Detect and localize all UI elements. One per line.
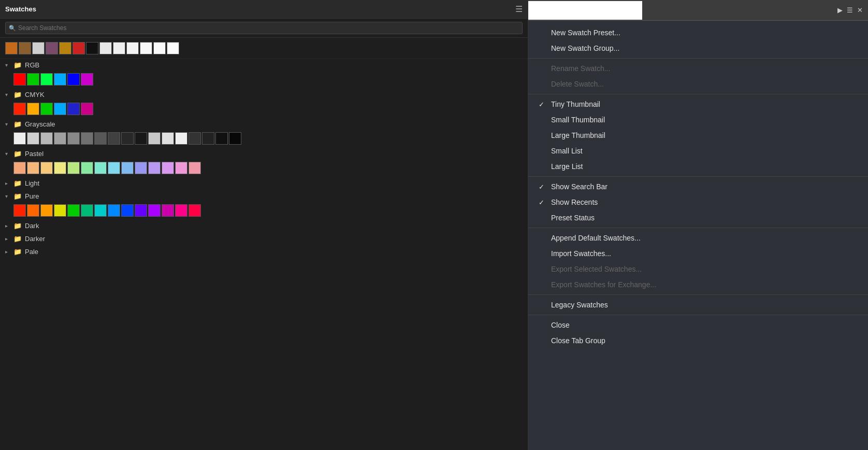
recent-swatch[interactable]: [113, 42, 125, 54]
group-header[interactable]: ▾📁Grayscale: [0, 118, 528, 130]
group-header[interactable]: ▾📁CMYK: [0, 89, 528, 101]
swatch-color[interactable]: [94, 162, 107, 174]
swatch-color[interactable]: [40, 162, 53, 174]
recent-swatch[interactable]: [140, 42, 152, 54]
group-header[interactable]: ▸📁Pale: [0, 246, 528, 258]
swatch-color[interactable]: [148, 132, 161, 145]
swatch-color[interactable]: [121, 132, 134, 145]
group-header[interactable]: ▾📁RGB: [0, 59, 528, 71]
swatch-color[interactable]: [229, 132, 241, 145]
menu-item-close[interactable]: ✓Close: [528, 317, 868, 333]
swatch-color[interactable]: [202, 132, 214, 145]
swatch-color[interactable]: [13, 132, 26, 145]
recent-swatch[interactable]: [19, 42, 31, 54]
swatch-color[interactable]: [148, 204, 161, 217]
menu-item-show-search-bar[interactable]: ✓Show Search Bar: [528, 179, 868, 194]
swatch-color[interactable]: [40, 204, 53, 217]
swatch-color[interactable]: [67, 103, 80, 115]
swatch-color[interactable]: [54, 204, 66, 217]
swatch-color[interactable]: [81, 103, 93, 115]
swatch-color[interactable]: [27, 204, 39, 217]
swatch-color[interactable]: [189, 204, 201, 217]
swatch-color[interactable]: [13, 204, 26, 217]
swatch-color[interactable]: [162, 132, 174, 145]
search-input[interactable]: [5, 22, 523, 34]
menu-item-tiny-thumbnail[interactable]: ✓Tiny Thumbnail: [528, 96, 868, 112]
menu-item-append-default[interactable]: ✓Append Default Swatches...: [528, 230, 868, 246]
swatch-color[interactable]: [215, 132, 228, 145]
swatch-color[interactable]: [94, 204, 107, 217]
swatch-color[interactable]: [13, 73, 26, 86]
recent-swatch[interactable]: [59, 42, 71, 54]
swatch-color[interactable]: [67, 204, 80, 217]
swatch-color[interactable]: [189, 162, 201, 174]
group-swatches: [0, 101, 528, 117]
recent-swatch[interactable]: [167, 42, 179, 54]
swatch-color[interactable]: [54, 162, 66, 174]
swatch-color[interactable]: [135, 204, 147, 217]
swatch-color[interactable]: [162, 204, 174, 217]
panel-close-button[interactable]: ✕: [857, 6, 863, 14]
panel-menu-button[interactable]: ☰: [515, 4, 523, 14]
group-header[interactable]: ▾📁Pastel: [0, 148, 528, 160]
swatch-color[interactable]: [54, 103, 66, 115]
recent-swatch[interactable]: [99, 42, 112, 54]
swatch-color[interactable]: [27, 132, 39, 145]
swatch-color[interactable]: [40, 73, 53, 86]
menu-item-preset-status[interactable]: ✓Preset Status: [528, 210, 868, 226]
swatch-color[interactable]: [81, 132, 93, 145]
swatch-color[interactable]: [54, 73, 66, 86]
swatch-color[interactable]: [27, 103, 39, 115]
menu-item-small-thumbnail[interactable]: ✓Small Thumbnail: [528, 112, 868, 128]
swatch-color[interactable]: [108, 132, 120, 145]
recent-swatch[interactable]: [126, 42, 139, 54]
swatch-color[interactable]: [67, 162, 80, 174]
swatch-color[interactable]: [27, 162, 39, 174]
swatch-color[interactable]: [67, 132, 80, 145]
swatch-color[interactable]: [148, 162, 161, 174]
group-header[interactable]: ▸📁Light: [0, 177, 528, 189]
swatch-color[interactable]: [81, 204, 93, 217]
swatch-color[interactable]: [13, 103, 26, 115]
swatch-color[interactable]: [121, 162, 134, 174]
menu-item-new-swatch-preset[interactable]: ✓New Swatch Preset...: [528, 25, 868, 40]
swatch-color[interactable]: [175, 204, 187, 217]
group-header[interactable]: ▾📁Pure: [0, 190, 528, 202]
menu-item-show-recents[interactable]: ✓Show Recents: [528, 194, 868, 210]
recent-swatch[interactable]: [46, 42, 58, 54]
swatch-color[interactable]: [40, 132, 53, 145]
swatch-color[interactable]: [81, 73, 93, 86]
swatch-color[interactable]: [189, 132, 201, 145]
swatch-color[interactable]: [67, 73, 80, 86]
swatch-color[interactable]: [40, 103, 53, 115]
recent-swatch[interactable]: [32, 42, 45, 54]
swatch-color[interactable]: [13, 162, 26, 174]
menu-item-large-list[interactable]: ✓Large List: [528, 159, 868, 174]
swatch-color[interactable]: [135, 132, 147, 145]
menu-item-new-swatch-group[interactable]: ✓New Swatch Group...: [528, 40, 868, 56]
swatch-color[interactable]: [81, 162, 93, 174]
swatch-color[interactable]: [108, 204, 120, 217]
swatch-color[interactable]: [162, 162, 174, 174]
menu-item-small-list[interactable]: ✓Small List: [528, 143, 868, 159]
swatch-color[interactable]: [108, 162, 120, 174]
group-header[interactable]: ▸📁Dark: [0, 220, 528, 232]
recent-swatch[interactable]: [73, 42, 85, 54]
menu-item-import-swatches[interactable]: ✓Import Swatches...: [528, 246, 868, 261]
recent-swatch[interactable]: [5, 42, 18, 54]
group-header[interactable]: ▸📁Darker: [0, 233, 528, 245]
swatch-color[interactable]: [94, 132, 107, 145]
menu-item-legacy-swatches[interactable]: ✓Legacy Swatches: [528, 297, 868, 313]
recent-swatch[interactable]: [153, 42, 166, 54]
swatch-color[interactable]: [175, 132, 187, 145]
recent-swatch[interactable]: [86, 42, 98, 54]
menu-item-close-tab-group[interactable]: ✓Close Tab Group: [528, 333, 868, 348]
swatch-color[interactable]: [135, 162, 147, 174]
swatch-color[interactable]: [175, 162, 187, 174]
panel-options-button[interactable]: ▶: [837, 6, 843, 14]
swatch-color[interactable]: [54, 132, 66, 145]
menu-item-large-thumbnail[interactable]: ✓Large Thumbnail: [528, 128, 868, 143]
panel-icon-button[interactable]: ☰: [847, 6, 853, 14]
swatch-color[interactable]: [27, 73, 39, 86]
swatch-color[interactable]: [121, 204, 134, 217]
